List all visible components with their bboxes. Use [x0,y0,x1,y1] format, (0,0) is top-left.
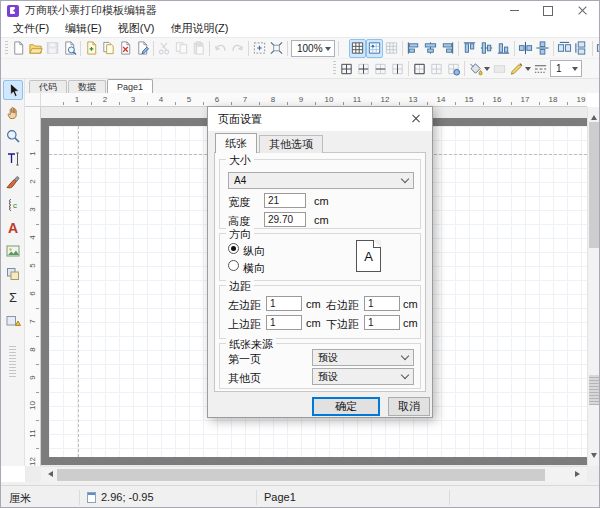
align-middle-icon[interactable] [478,39,495,58]
toolbar-separator [287,41,288,56]
vertical-scrollbar[interactable] [587,107,600,466]
paper-size-value: A4 [234,175,246,186]
redo-icon[interactable] [229,39,246,58]
tab-data[interactable]: 数据 [68,80,106,93]
align-top-icon[interactable] [461,39,478,58]
borders-none-icon[interactable] [428,59,445,78]
undo-icon[interactable] [212,39,229,58]
new-icon[interactable] [10,39,27,58]
line-width-combo[interactable]: 1 [550,60,582,77]
shapes-tool[interactable] [3,264,23,284]
menu-view[interactable]: 视图(V) [110,20,163,37]
same-width-icon[interactable] [556,39,573,58]
format-brush-tool[interactable] [3,172,23,192]
close-icon[interactable] [565,1,599,20]
horizontal-scroll-thumb[interactable] [57,469,545,481]
menu-file[interactable]: 文件(F) [5,20,57,37]
tab-paper[interactable]: 纸张 [215,133,257,153]
scroll-up-icon[interactable] [591,112,597,120]
tab-page1[interactable]: Page1 [107,79,153,93]
copy-page-icon[interactable] [100,39,117,58]
ok-button[interactable]: 确定 [312,397,380,416]
pointer-tool[interactable] [3,80,23,100]
ruler-number: 5 [182,95,196,104]
special-shape-tool[interactable] [3,310,23,330]
text-tool[interactable] [3,149,23,169]
toolbar-separator [514,41,515,56]
chevron-down-icon[interactable] [484,67,490,74]
borders-inner-icon[interactable] [355,59,372,78]
chevron-down-icon[interactable] [525,67,531,74]
horizontal-ruler[interactable]: 12345678910111213141516171819 [41,93,587,107]
line-color-icon[interactable] [508,59,525,78]
status-bar: 厘米 2.96; -0.95 Page1 [1,485,599,508]
first-page-combo[interactable]: 预设 [312,349,414,366]
scroll-right-icon[interactable] [575,471,583,477]
borders-vertical-icon[interactable] [389,59,406,78]
bottom-margin-input[interactable]: 1 [364,315,400,330]
borders-all-icon[interactable] [338,59,355,78]
scroll-down-icon[interactable] [591,453,597,461]
scroll-left-icon[interactable] [45,471,53,477]
minimize-icon[interactable] [497,1,531,20]
image-tool[interactable] [3,241,23,261]
tab-code[interactable]: 代码 [29,80,67,93]
border-options-icon[interactable] [445,59,462,78]
landscape-radio[interactable] [228,260,239,271]
other-pages-combo[interactable]: 预设 [312,368,414,385]
vertical-splitter-grip[interactable] [589,375,600,405]
align-center-icon[interactable] [422,39,439,58]
grid-show-icon[interactable] [349,39,366,58]
palette-splitter[interactable] [9,345,16,377]
fill-color-icon[interactable] [467,59,484,78]
zoom-level-combo[interactable]: 100% [291,40,335,57]
paper-size-combo[interactable]: A4 [228,172,414,189]
width-input[interactable]: 21 [264,193,306,208]
data-field-tool[interactable]: c [3,195,23,215]
fill-none-icon[interactable] [491,59,508,78]
center-vertical-icon[interactable] [534,39,551,58]
align-bottom-icon[interactable] [495,39,512,58]
height-input[interactable]: 29.70 [264,212,306,227]
horizontal-scrollbar[interactable] [41,466,587,482]
paste-icon[interactable] [190,39,207,58]
left-margin-input[interactable]: 1 [266,296,302,311]
cursor-position-icon [87,492,96,503]
dialog-close-icon[interactable] [402,109,430,128]
menu-help[interactable]: 使用说明(Z) [162,20,236,37]
save-icon[interactable] [44,39,61,58]
page-setup-dialog: 页面设置 纸张 其他选项 大小 A4 宽度 21 cm 高度 29.70 cm [207,106,433,418]
center-horizontal-icon[interactable] [517,39,534,58]
line-style-icon[interactable] [532,59,549,78]
align-right-icon[interactable] [439,39,456,58]
add-page-icon[interactable] [83,39,100,58]
borders-outer-icon[interactable] [411,59,428,78]
align-left-icon[interactable] [405,39,422,58]
tab-other-options[interactable]: 其他选项 [259,135,323,153]
font-tool[interactable]: A [3,218,23,238]
grid-snap-icon[interactable] [366,39,383,58]
open-icon[interactable] [27,39,44,58]
portrait-radio[interactable] [228,243,239,254]
right-margin-input[interactable]: 1 [364,296,400,311]
top-margin-input[interactable]: 1 [266,315,302,330]
copy-icon[interactable] [173,39,190,58]
formula-tool[interactable]: Σ [3,287,23,307]
cut-icon[interactable] [156,39,173,58]
zoom-tool[interactable] [3,126,23,146]
layout-horizontal-icon[interactable] [595,39,600,58]
vertical-ruler[interactable]: 123456789101112 [25,107,41,466]
zoom-region-icon[interactable] [251,39,268,58]
page-setup-icon[interactable] [134,39,151,58]
borders-horizontal-icon[interactable] [372,59,389,78]
maximize-icon[interactable] [531,1,565,20]
grid-hide-icon[interactable] [383,39,400,58]
print-preview-icon[interactable] [61,39,78,58]
menu-edit[interactable]: 编辑(E) [57,20,110,37]
zoom-fit-icon[interactable] [268,39,285,58]
delete-page-icon[interactable] [117,39,134,58]
cancel-button[interactable]: 取消 [388,397,430,416]
hand-tool[interactable] [3,103,23,123]
vertical-scroll-thumb[interactable] [589,122,600,248]
same-height-icon[interactable] [573,39,590,58]
